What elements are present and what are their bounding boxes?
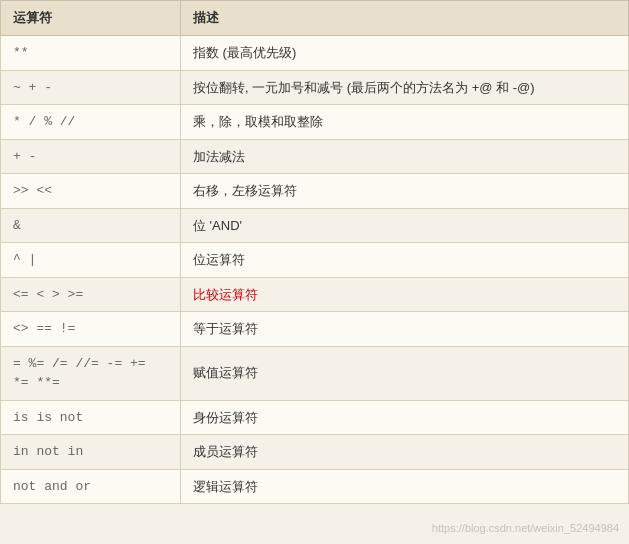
operator-cell: in not in bbox=[1, 435, 181, 470]
table-row: * / % //乘，除，取模和取整除 bbox=[1, 105, 629, 140]
table-row: &位 'AND' bbox=[1, 208, 629, 243]
table-row: <= < > >=比较运算符 bbox=[1, 277, 629, 312]
description-cell: 比较运算符 bbox=[181, 277, 629, 312]
table-row: ^ |位运算符 bbox=[1, 243, 629, 278]
operator-cell: & bbox=[1, 208, 181, 243]
table-row: + -加法减法 bbox=[1, 139, 629, 174]
description-cell: 加法减法 bbox=[181, 139, 629, 174]
operator-cell: ~ + - bbox=[1, 70, 181, 105]
header-operator: 运算符 bbox=[1, 1, 181, 36]
operators-table: 运算符 描述 **指数 (最高优先级)~ + -按位翻转, 一元加号和减号 (最… bbox=[0, 0, 629, 504]
operator-cell: * / % // bbox=[1, 105, 181, 140]
description-cell: 身份运算符 bbox=[181, 400, 629, 435]
operator-cell: <= < > >= bbox=[1, 277, 181, 312]
operator-cell: ** bbox=[1, 36, 181, 71]
description-cell: 位 'AND' bbox=[181, 208, 629, 243]
description-cell: 成员运算符 bbox=[181, 435, 629, 470]
operator-cell: = %= /= //= -= += *= **= bbox=[1, 346, 181, 400]
table-row: <> == !=等于运算符 bbox=[1, 312, 629, 347]
description-cell: 指数 (最高优先级) bbox=[181, 36, 629, 71]
table-row: >> <<右移，左移运算符 bbox=[1, 174, 629, 209]
description-cell: 右移，左移运算符 bbox=[181, 174, 629, 209]
description-cell: 等于运算符 bbox=[181, 312, 629, 347]
table-row: = %= /= //= -= += *= **=赋值运算符 bbox=[1, 346, 629, 400]
watermark: https://blog.csdn.net/weixin_52494984 bbox=[432, 522, 619, 534]
table-header-row: 运算符 描述 bbox=[1, 1, 629, 36]
table-row: ~ + -按位翻转, 一元加号和减号 (最后两个的方法名为 +@ 和 -@) bbox=[1, 70, 629, 105]
operator-cell: not and or bbox=[1, 469, 181, 504]
operator-cell: + - bbox=[1, 139, 181, 174]
description-cell: 赋值运算符 bbox=[181, 346, 629, 400]
table-row: **指数 (最高优先级) bbox=[1, 36, 629, 71]
table-row: is is not身份运算符 bbox=[1, 400, 629, 435]
description-cell: 逻辑运算符 bbox=[181, 469, 629, 504]
table-row: not and or逻辑运算符 bbox=[1, 469, 629, 504]
operator-cell: ^ | bbox=[1, 243, 181, 278]
table-row: in not in成员运算符 bbox=[1, 435, 629, 470]
header-description: 描述 bbox=[181, 1, 629, 36]
description-cell: 位运算符 bbox=[181, 243, 629, 278]
operator-cell: >> << bbox=[1, 174, 181, 209]
operator-cell: <> == != bbox=[1, 312, 181, 347]
description-cell: 按位翻转, 一元加号和减号 (最后两个的方法名为 +@ 和 -@) bbox=[181, 70, 629, 105]
description-cell: 乘，除，取模和取整除 bbox=[181, 105, 629, 140]
operator-cell: is is not bbox=[1, 400, 181, 435]
